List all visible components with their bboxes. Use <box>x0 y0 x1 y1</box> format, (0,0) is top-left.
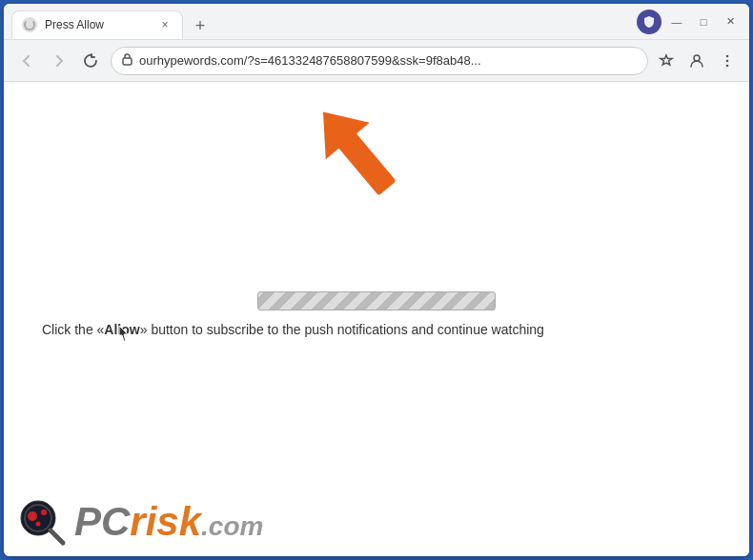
svg-point-8 <box>28 511 37 521</box>
new-tab-button[interactable]: + <box>187 12 214 39</box>
minimize-button[interactable]: — <box>665 10 688 33</box>
svg-rect-0 <box>123 58 132 65</box>
forward-button[interactable] <box>46 48 72 74</box>
svg-point-2 <box>726 54 729 57</box>
pc-text: PCrisk.com <box>74 499 263 544</box>
lock-icon <box>121 52 133 69</box>
tab-title: Press Allow <box>45 18 150 31</box>
address-bar[interactable]: ourhypewords.com/?s=461332487658807599&s… <box>111 47 648 75</box>
allow-label: Allow <box>104 322 139 337</box>
browser-window: Press Allow × + — □ ✕ <box>4 4 749 556</box>
pcrisk-logo: PCrisk.com <box>17 497 263 547</box>
bookmark-icon[interactable] <box>654 49 679 73</box>
svg-point-9 <box>41 510 47 515</box>
pcrisk-brand-text: PCrisk.com <box>74 499 263 545</box>
svg-point-4 <box>726 64 729 67</box>
tab-close-button[interactable]: × <box>157 17 173 32</box>
progress-area <box>257 291 496 322</box>
pcrisk-icon <box>17 497 67 547</box>
back-button[interactable] <box>13 48 40 74</box>
title-bar: Press Allow × + — □ ✕ <box>4 4 749 40</box>
instruction-prefix: Click the « <box>42 322 104 337</box>
page-content: Click the «Allow» button to subscribe to… <box>4 82 749 556</box>
svg-point-3 <box>726 59 729 62</box>
svg-point-1 <box>694 55 700 61</box>
instruction-text: Click the «Allow» button to subscribe to… <box>23 322 730 337</box>
window-controls: — □ ✕ <box>637 10 742 34</box>
url-text: ourhypewords.com/?s=461332487658807599&s… <box>139 53 638 68</box>
menu-icon[interactable] <box>715 49 740 73</box>
arrow-indicator <box>309 91 423 238</box>
instruction-suffix: » button to subscribe to the push notifi… <box>140 322 544 337</box>
progress-bar <box>257 291 496 310</box>
svg-line-11 <box>51 530 63 543</box>
shields-icon[interactable] <box>637 10 661 34</box>
svg-point-10 <box>36 522 41 527</box>
toolbar: ourhypewords.com/?s=461332487658807599&s… <box>4 40 749 82</box>
reload-button[interactable] <box>78 48 105 74</box>
maximize-button[interactable]: □ <box>692 10 715 33</box>
tab-strip: Press Allow × + <box>11 4 629 39</box>
tab-favicon <box>22 17 37 32</box>
profile-icon[interactable] <box>684 49 709 73</box>
close-button[interactable]: ✕ <box>719 10 742 33</box>
active-tab[interactable]: Press Allow × <box>11 10 183 39</box>
